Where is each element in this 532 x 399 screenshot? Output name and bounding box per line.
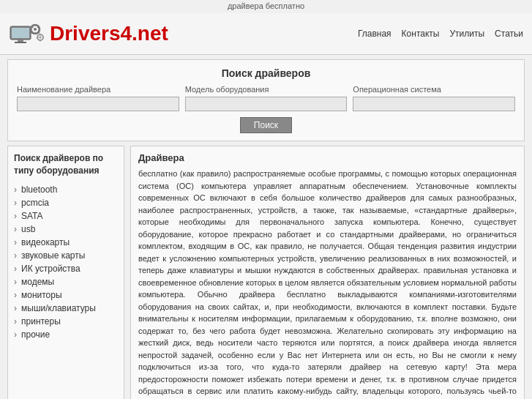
- sidebar-link-modems[interactable]: модемы: [21, 277, 54, 287]
- svg-rect-2: [18, 40, 23, 42]
- list-item: прочие: [14, 328, 118, 341]
- driver-name-label: Наименование драйвера: [17, 85, 179, 94]
- logo-title[interactable]: Drivers4.net: [50, 22, 168, 45]
- svg-rect-18: [37, 37, 39, 38]
- svg-rect-1: [12, 28, 29, 38]
- nav-utilities[interactable]: Утилиты: [449, 29, 484, 39]
- driver-name-field-group: Наименование драйвера: [17, 85, 179, 111]
- list-item: ИК устройства: [14, 262, 118, 275]
- driver-name-input[interactable]: [17, 97, 179, 111]
- sidebar-title: Поиск драйверов по типу оборудования: [14, 152, 118, 177]
- pre-header-label: драйвера бесплатно: [228, 1, 304, 10]
- search-fields: Наименование драйвера Модель оборудовани…: [17, 85, 515, 111]
- list-item: принтеры: [14, 315, 118, 328]
- sidebar-link-bluetooth[interactable]: bluetooth: [21, 184, 57, 195]
- search-button[interactable]: Поиск: [240, 117, 292, 133]
- svg-rect-19: [43, 37, 45, 38]
- content-title: Драйвера: [138, 152, 517, 163]
- svg-rect-3: [15, 42, 26, 43]
- logo-area: Drivers4.net: [9, 19, 168, 48]
- svg-point-5: [34, 28, 37, 31]
- list-item: pcmcia: [14, 196, 118, 209]
- sidebar-link-mouse-keyboard[interactable]: мыши/клавиатуры: [21, 303, 96, 313]
- sidebar: Поиск драйверов по типу оборудования blu…: [7, 146, 124, 399]
- svg-rect-8: [30, 29, 32, 31]
- os-input[interactable]: [353, 97, 515, 111]
- sidebar-link-printers[interactable]: принтеры: [21, 316, 61, 327]
- sidebar-list: bluetooth pcmcia SATA usb видеокарты зву…: [14, 183, 118, 341]
- sidebar-link-sata[interactable]: SATA: [21, 211, 43, 221]
- sidebar-link-pcmcia[interactable]: pcmcia: [21, 198, 49, 208]
- list-item: usb: [14, 223, 118, 236]
- os-label: Операционная система: [353, 85, 515, 94]
- svg-rect-6: [34, 24, 37, 26]
- nav-articles[interactable]: Статьи: [495, 29, 523, 39]
- list-item: SATA: [14, 209, 118, 223]
- sidebar-link-soundcards[interactable]: звуковые карты: [21, 250, 85, 261]
- content-text: бесплатно (как правило) распространяемые…: [138, 168, 517, 399]
- hardware-model-label: Модель оборудования: [185, 85, 348, 94]
- sidebar-link-ir[interactable]: ИК устройства: [21, 264, 80, 274]
- nav-home[interactable]: Главная: [358, 29, 391, 39]
- os-field-group: Операционная система: [353, 85, 515, 111]
- svg-rect-16: [40, 34, 41, 36]
- svg-point-15: [40, 37, 42, 39]
- logo-icon: [9, 19, 44, 48]
- svg-rect-7: [34, 33, 37, 35]
- list-item: мониторы: [14, 288, 118, 302]
- list-item: звуковые карты: [14, 249, 118, 262]
- list-item: bluetooth: [14, 183, 118, 196]
- list-item: видеокарты: [14, 236, 118, 249]
- sidebar-link-monitors[interactable]: мониторы: [21, 290, 62, 300]
- search-title: Поиск драйверов: [17, 67, 515, 79]
- sidebar-link-other[interactable]: прочие: [21, 329, 50, 340]
- search-panel: Поиск драйверов Наименование драйвера Мо…: [7, 59, 525, 141]
- right-content: Драйвера бесплатно (как правило) распрос…: [130, 146, 525, 399]
- list-item: мыши/клавиатуры: [14, 302, 118, 315]
- hardware-model-input[interactable]: [185, 97, 348, 111]
- hardware-model-field-group: Модель оборудования: [185, 85, 348, 111]
- sidebar-link-usb[interactable]: usb: [21, 224, 35, 234]
- pre-header-text: драйвера бесплатно: [0, 0, 532, 13]
- nav-bar: Главная Контакты Утилиты Статьи: [358, 29, 523, 39]
- sidebar-link-videocards[interactable]: видеокарты: [21, 237, 70, 247]
- header: Drivers4.net Главная Контакты Утилиты Ст…: [0, 13, 532, 55]
- svg-rect-9: [39, 29, 41, 31]
- main-content: Поиск драйверов по типу оборудования blu…: [7, 146, 525, 399]
- nav-contacts[interactable]: Контакты: [402, 29, 440, 39]
- list-item: модемы: [14, 275, 118, 288]
- svg-rect-17: [40, 40, 41, 42]
- search-button-row: Поиск: [17, 117, 515, 133]
